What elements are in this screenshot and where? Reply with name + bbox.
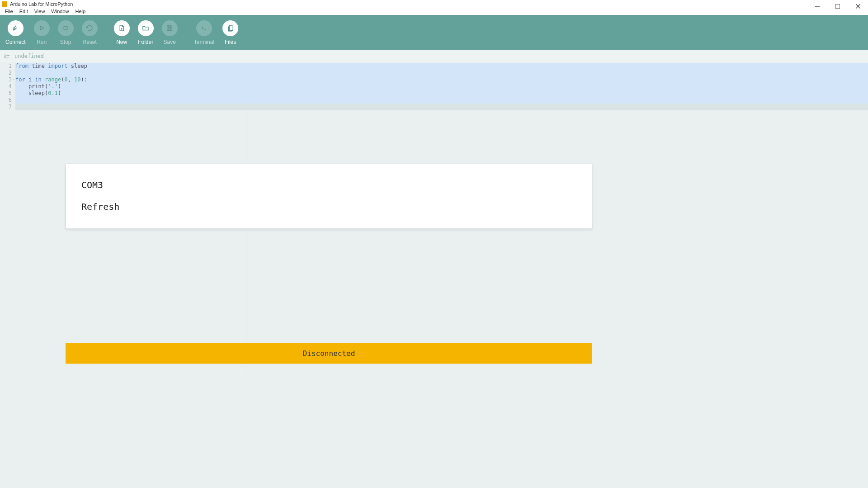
- window-title: Arduino Lab for MicroPython: [10, 1, 73, 7]
- code-line: [15, 70, 868, 76]
- status-text: Disconnected: [303, 349, 355, 358]
- menu-view[interactable]: View: [31, 9, 48, 14]
- files-label: Files: [225, 39, 236, 45]
- menu-file[interactable]: File: [2, 9, 16, 14]
- stop-label: Stop: [60, 39, 71, 45]
- newfile-icon: [114, 20, 130, 36]
- menu-edit[interactable]: Edit: [16, 9, 31, 14]
- gutter: 1 2 3 4 5 6 7: [0, 62, 14, 488]
- pathbar: undefined: [0, 50, 868, 62]
- minimize-button[interactable]: [807, 0, 827, 13]
- maximize-button[interactable]: [827, 0, 848, 13]
- folder-icon: [138, 20, 154, 36]
- terminal-button[interactable]: Terminal: [194, 20, 214, 45]
- line-number: 3: [0, 76, 12, 83]
- play-icon: [34, 20, 50, 36]
- svg-rect-1: [835, 4, 840, 9]
- save-icon: [162, 20, 178, 36]
- new-label: New: [116, 39, 127, 45]
- code-line: sleep(0.1): [15, 90, 868, 97]
- svg-rect-5: [64, 26, 67, 30]
- folder-open-icon: [4, 53, 11, 59]
- run-button[interactable]: Run: [34, 20, 50, 45]
- port-dialog: COM3 Refresh: [66, 164, 592, 229]
- stop-icon: [58, 20, 74, 36]
- line-number: 4: [0, 83, 12, 90]
- files-icon: [222, 20, 238, 36]
- terminal-label: Terminal: [194, 39, 214, 45]
- menu-help[interactable]: Help: [72, 9, 89, 14]
- files-button[interactable]: Files: [222, 20, 238, 45]
- app-icon: [2, 1, 7, 7]
- line-number: 6: [0, 97, 12, 104]
- line-number: 5: [0, 90, 12, 97]
- menu-window[interactable]: Window: [48, 9, 72, 14]
- port-option-com3[interactable]: COM3: [81, 177, 576, 193]
- svg-marker-4: [40, 26, 44, 30]
- current-file: undefined: [14, 53, 44, 59]
- line-number: 1: [0, 63, 12, 70]
- reset-label: Reset: [83, 39, 97, 45]
- close-button[interactable]: [848, 0, 868, 13]
- folder-label: Folder: [138, 39, 153, 45]
- terminal-icon: [196, 20, 212, 36]
- code-line: print('.'): [15, 83, 868, 90]
- line-number: 2: [0, 70, 12, 76]
- code-line: for i in range(0, 10):: [15, 76, 868, 83]
- folder-button[interactable]: Folder: [138, 20, 154, 45]
- titlebar: Arduino Lab for MicroPython: [0, 0, 868, 8]
- plug-icon: [8, 20, 24, 36]
- reset-button[interactable]: Reset: [82, 20, 98, 45]
- toolbar: Connect Run Stop Reset New: [0, 15, 868, 50]
- editor[interactable]: 1 2 3 4 5 6 7 from time import sleep for…: [0, 62, 868, 488]
- menubar: File Edit View Window Help: [0, 8, 868, 15]
- refresh-option[interactable]: Refresh: [81, 199, 576, 215]
- save-button[interactable]: Save: [162, 20, 178, 45]
- code-line: [15, 104, 868, 110]
- connect-button[interactable]: Connect: [5, 20, 26, 45]
- connect-label: Connect: [5, 39, 26, 45]
- status-banner: Disconnected: [66, 343, 592, 364]
- reload-icon: [82, 20, 98, 36]
- stop-button[interactable]: Stop: [58, 20, 74, 45]
- new-button[interactable]: New: [114, 20, 130, 45]
- code-line: [15, 97, 868, 104]
- run-label: Run: [37, 39, 47, 45]
- code-area[interactable]: from time import sleep for i in range(0,…: [14, 62, 868, 488]
- line-number: 7: [0, 104, 12, 110]
- panel-divider[interactable]: [246, 102, 246, 373]
- save-label: Save: [164, 39, 176, 45]
- code-line: from time import sleep: [15, 63, 868, 70]
